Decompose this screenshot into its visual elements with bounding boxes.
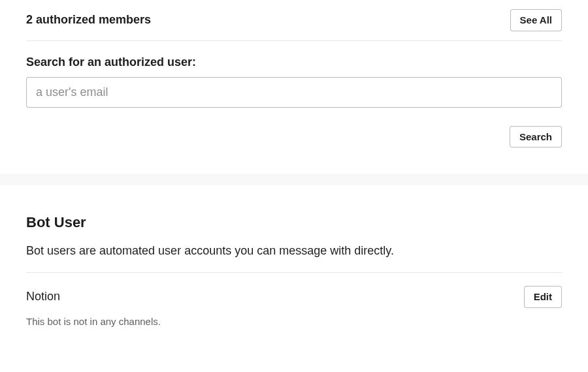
authorized-members-header: 2 authorized members See All	[26, 0, 562, 40]
see-all-button[interactable]: See All	[510, 9, 562, 31]
edit-bot-button[interactable]: Edit	[524, 286, 562, 308]
bot-user-section: Bot User Bot users are automated user ac…	[0, 185, 588, 347]
authorized-members-title: 2 authorized members	[26, 13, 151, 27]
bot-name: Notion	[26, 290, 60, 303]
bot-status: This bot is not in any channels.	[26, 316, 562, 327]
search-authorized-user-block: Search for an authorized user: Search	[26, 41, 562, 174]
bot-user-title: Bot User	[26, 214, 562, 231]
section-gap	[0, 174, 588, 185]
bot-entry: Notion Edit This bot is not in any chann…	[26, 273, 562, 327]
bot-user-description: Bot users are automated user accounts yo…	[26, 244, 562, 258]
search-label: Search for an authorized user:	[26, 55, 562, 69]
search-button[interactable]: Search	[510, 126, 562, 148]
search-user-input[interactable]	[26, 77, 562, 108]
